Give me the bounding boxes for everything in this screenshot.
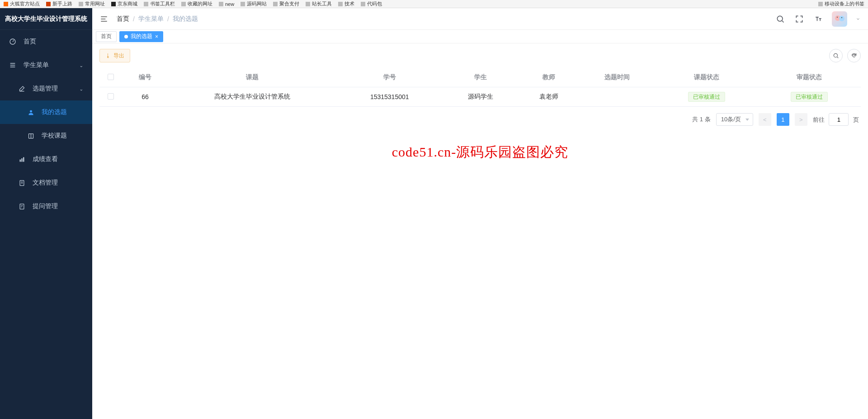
collapse-sidebar-icon[interactable] bbox=[99, 14, 108, 24]
goto-page: 前往 页 bbox=[813, 113, 859, 126]
col-topic-status: 课题状态 bbox=[655, 68, 758, 87]
bookmark-item[interactable]: 站长工具 bbox=[306, 0, 332, 7]
tab-bar: 首页 我的选题 × bbox=[92, 30, 868, 43]
cell-student-no: 15315315001 bbox=[336, 87, 443, 107]
breadcrumb-current: 我的选题 bbox=[173, 15, 198, 23]
svg-point-13 bbox=[834, 53, 837, 57]
svg-point-11 bbox=[837, 17, 838, 18]
sidebar-item-student-menu[interactable]: 学生菜单 ⌃ bbox=[0, 53, 92, 77]
active-dot-icon bbox=[124, 35, 128, 38]
toolbar: ⭳ 导出 bbox=[99, 49, 861, 62]
next-page-button[interactable]: > bbox=[795, 113, 807, 126]
font-size-icon[interactable] bbox=[813, 14, 824, 24]
sidebar-item-label: 首页 bbox=[24, 38, 36, 46]
export-button[interactable]: ⭳ 导出 bbox=[99, 49, 130, 62]
cell-topic: 高校大学生毕业设计管系统 bbox=[168, 87, 336, 107]
svg-rect-4 bbox=[21, 158, 23, 162]
bookmark-mobile[interactable]: 移动设备上的书签 bbox=[818, 0, 864, 7]
edit-icon bbox=[18, 85, 25, 92]
sidebar-item-doc-mgmt[interactable]: 文档管理 bbox=[0, 171, 92, 195]
sidebar-item-label: 我的选题 bbox=[42, 108, 67, 116]
goto-page-input[interactable] bbox=[829, 113, 849, 126]
search-icon[interactable] bbox=[775, 14, 786, 24]
select-all-checkbox[interactable] bbox=[108, 74, 114, 80]
chevron-down-icon: ⌃ bbox=[80, 63, 83, 68]
page-size-select[interactable]: 10条/页 bbox=[716, 113, 753, 126]
bookmark-item[interactable]: new bbox=[219, 1, 234, 7]
chevron-down-icon: ⌃ bbox=[80, 86, 83, 91]
cell-select-time bbox=[580, 87, 655, 107]
cell-student: 源码学生 bbox=[443, 87, 519, 107]
pagination: 共 1 条 10条/页 < 1 > 前往 页 bbox=[99, 107, 861, 132]
watermark-text: code51.cn-源码乐园盗图必究 bbox=[392, 143, 568, 162]
svg-point-1 bbox=[30, 110, 32, 112]
col-id: 编号 bbox=[122, 68, 168, 87]
sidebar-item-label: 学校课题 bbox=[42, 132, 67, 140]
svg-point-8 bbox=[777, 16, 783, 21]
bar-chart-icon bbox=[18, 156, 25, 163]
status-badge: 已审核通过 bbox=[791, 92, 828, 102]
svg-point-12 bbox=[841, 17, 842, 18]
svg-rect-5 bbox=[23, 157, 24, 162]
book-icon bbox=[27, 132, 34, 139]
col-topic: 课题 bbox=[168, 68, 336, 87]
sidebar-item-label: 选题管理 bbox=[33, 85, 58, 93]
total-count: 共 1 条 bbox=[692, 115, 710, 124]
svg-rect-3 bbox=[19, 159, 21, 162]
browser-bookmark-bar: 火狐官方站点 新手上路 常用网址 京东商城 书签工具栏 收藏的网址 new 源码… bbox=[0, 0, 868, 8]
bookmark-item[interactable]: 书签工具栏 bbox=[144, 0, 175, 7]
download-icon: ⭳ bbox=[105, 52, 111, 59]
search-table-icon[interactable] bbox=[829, 49, 843, 62]
breadcrumb-home[interactable]: 首页 bbox=[117, 15, 129, 23]
col-student: 学生 bbox=[443, 68, 519, 87]
bookmark-item[interactable]: 代码包 bbox=[361, 0, 382, 7]
col-teacher: 教师 bbox=[519, 68, 580, 87]
svg-point-10 bbox=[839, 16, 844, 21]
table-row[interactable]: 66 高校大学生毕业设计管系统 15315315001 源码学生 袁老师 已审核… bbox=[99, 87, 861, 107]
avatar[interactable] bbox=[832, 11, 847, 27]
chevron-down-icon[interactable] bbox=[855, 14, 861, 24]
cell-id: 66 bbox=[122, 87, 168, 107]
sidebar-item-score-view[interactable]: 成绩查看 bbox=[0, 148, 92, 171]
bookmark-item[interactable]: 常用网址 bbox=[79, 0, 105, 7]
bookmark-item[interactable]: 火狐官方站点 bbox=[4, 0, 40, 7]
col-student-no: 学号 bbox=[336, 68, 443, 87]
bookmark-item[interactable]: 收藏的网址 bbox=[181, 0, 212, 7]
data-table: 编号 课题 学号 学生 教师 选题时间 课题状态 审题状态 66 高校大学生毕 bbox=[99, 68, 861, 107]
sidebar-menu: 首页 学生菜单 ⌃ 选题管理 ⌃ 我的选题 学校课题 bbox=[0, 30, 92, 419]
list-icon bbox=[9, 62, 16, 69]
bookmark-item[interactable]: 京东商城 bbox=[111, 0, 137, 7]
dashboard-icon bbox=[9, 38, 16, 45]
bookmark-item[interactable]: 聚合支付 bbox=[273, 0, 299, 7]
form-icon bbox=[18, 203, 25, 210]
header: 首页 / 学生菜单 / 我的选题 bbox=[92, 8, 868, 30]
sidebar-item-topic-mgmt[interactable]: 选题管理 ⌃ bbox=[0, 77, 92, 100]
refresh-icon[interactable] bbox=[847, 49, 861, 62]
document-icon bbox=[18, 179, 25, 186]
breadcrumb-separator: / bbox=[133, 15, 135, 23]
sidebar-item-label: 成绩查看 bbox=[33, 155, 58, 163]
col-review-status: 审题状态 bbox=[758, 68, 861, 87]
sidebar-item-my-topic[interactable]: 我的选题 bbox=[0, 100, 92, 124]
status-badge: 已审核通过 bbox=[688, 92, 725, 102]
close-icon[interactable]: × bbox=[155, 33, 158, 40]
user-icon bbox=[27, 109, 34, 116]
bookmark-item[interactable]: 源码网站 bbox=[241, 0, 267, 7]
col-select-time: 选题时间 bbox=[580, 68, 655, 87]
fullscreen-icon[interactable] bbox=[794, 14, 805, 24]
app-title: 高校大学生毕业设计管理系统 bbox=[0, 8, 92, 30]
sidebar: 高校大学生毕业设计管理系统 首页 学生菜单 ⌃ 选题管理 ⌃ 我的选题 bbox=[0, 8, 92, 419]
bookmark-item[interactable]: 技术 bbox=[338, 0, 354, 7]
breadcrumb: 首页 / 学生菜单 / 我的选题 bbox=[117, 15, 198, 23]
tab-my-topic[interactable]: 我的选题 × bbox=[119, 31, 163, 42]
prev-page-button[interactable]: < bbox=[759, 113, 771, 126]
tab-home[interactable]: 首页 bbox=[96, 31, 117, 42]
sidebar-item-school-topic[interactable]: 学校课题 bbox=[0, 124, 92, 148]
breadcrumb-separator: / bbox=[167, 15, 169, 23]
bookmark-item[interactable]: 新手上路 bbox=[46, 0, 72, 7]
sidebar-item-home[interactable]: 首页 bbox=[0, 30, 92, 53]
sidebar-item-question-mgmt[interactable]: 提问管理 bbox=[0, 195, 92, 218]
row-checkbox[interactable] bbox=[108, 93, 114, 100]
page-number-1[interactable]: 1 bbox=[777, 113, 789, 126]
breadcrumb-student-menu: 学生菜单 bbox=[138, 15, 164, 23]
